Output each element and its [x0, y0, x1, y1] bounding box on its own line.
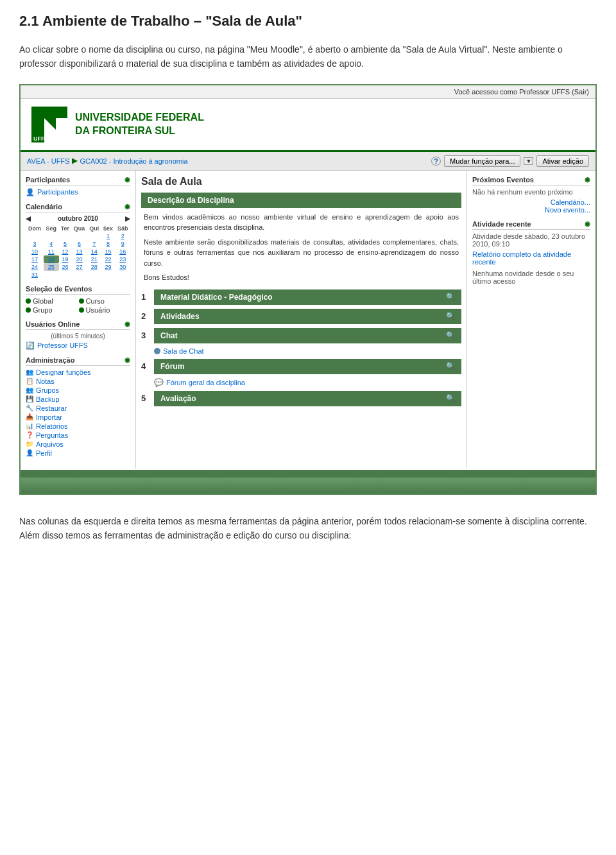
sala-de-chat-link[interactable]: Sala de Chat	[163, 347, 204, 355]
moodle-header: UFFS UNIVERSIDADE FEDERAL DA FRONTEIRA S…	[21, 99, 595, 152]
cal-day-1[interactable]: 1	[101, 232, 116, 240]
usuarios-online-title-label: Usuários Online	[26, 320, 80, 328]
mudar-funcao-button[interactable]: Mudar função para...	[444, 155, 521, 167]
selecao-curso[interactable]: Curso	[79, 297, 131, 305]
moodle-footer-bar	[21, 478, 595, 494]
selecao-global[interactable]: Global	[26, 297, 78, 305]
cal-day-2[interactable]: 2	[115, 232, 130, 240]
table-row	[44, 232, 59, 240]
participantes-block-icon[interactable]: ◉	[124, 176, 130, 183]
cal-day-4[interactable]: 4	[44, 240, 59, 248]
cal-day-14[interactable]: 14	[87, 248, 101, 255]
cal-day-17[interactable]: 17	[26, 255, 44, 263]
selecao-usuario-label: Usuário	[86, 306, 110, 314]
usuarios-online-title: Usuários Online ◉	[26, 320, 130, 330]
selecao-usuario[interactable]: Usuário	[79, 306, 131, 314]
cal-day-18[interactable]: 18	[44, 255, 59, 263]
participantes-link[interactable]: 👤 Participantes	[26, 188, 130, 196]
perfil-icon: 👤	[26, 449, 33, 456]
calendario-block-icon[interactable]: ◉	[124, 203, 130, 210]
perguntas-link[interactable]: ❓ Perguntas	[26, 431, 130, 439]
cal-day-25[interactable]: 25	[44, 263, 59, 271]
section-bar-4: Fórum 🔍	[154, 359, 461, 374]
cal-day-30[interactable]: 30	[115, 263, 130, 271]
logo-line2: DA FRONTEIRA SUL	[75, 125, 204, 138]
section-label-2: Atividades	[160, 312, 200, 321]
center-content: Sala de Aula Descrição da Disciplina Bem…	[136, 171, 467, 469]
help-icon[interactable]: ?	[431, 157, 441, 166]
cal-day-26[interactable]: 26	[59, 263, 72, 271]
cal-day-20[interactable]: 20	[71, 255, 87, 263]
breadcrumb-item-2[interactable]: GCA002 - Introdução à agronomia	[80, 157, 187, 165]
search-icon-4[interactable]: 🔍	[446, 362, 455, 370]
cal-day-12[interactable]: 12	[59, 248, 72, 255]
section-bar-label-5[interactable]: Avaliação 🔍	[154, 391, 461, 406]
admin-block-icon[interactable]: ◉	[124, 356, 130, 363]
designar-funcoes-link[interactable]: 👥 Designar funções	[26, 368, 130, 376]
cal-day-29[interactable]: 29	[101, 263, 116, 271]
cal-header-sab: Sáb	[115, 225, 130, 232]
cal-day-22[interactable]: 22	[101, 255, 116, 263]
atividade-recente-icon[interactable]: ◉	[585, 220, 590, 227]
dropdown-arrow[interactable]: ▼	[524, 157, 533, 165]
restaurar-label: Restaurar	[36, 404, 67, 412]
cal-day-11[interactable]: 11	[44, 248, 59, 255]
professor-uffs-link[interactable]: 🔄 Professor UFFS	[26, 341, 130, 350]
search-icon-3[interactable]: 🔍	[446, 331, 455, 340]
table-row	[26, 232, 44, 240]
cal-day-8[interactable]: 8	[101, 240, 116, 248]
participantes-block-title: Participantes ◉	[26, 176, 130, 186]
proximos-eventos-block: Próximos Eventos ◉ Não há nenhum evento …	[472, 176, 590, 214]
cal-day-15[interactable]: 15	[101, 248, 116, 255]
importar-icon: 📥	[26, 413, 33, 420]
relatorios-link[interactable]: 📊 Relatórios	[26, 422, 130, 430]
bottom-paragraph: Nas colunas da esquerda e direita temos …	[19, 514, 597, 543]
cal-next-button[interactable]: ▶	[125, 215, 130, 222]
notas-link[interactable]: 📋 Notas	[26, 377, 130, 385]
cal-day-7[interactable]: 7	[87, 240, 101, 248]
backup-link[interactable]: 💾 Backup	[26, 395, 130, 403]
grupos-link[interactable]: 👥 Grupos	[26, 386, 130, 394]
cal-header-sex: $ex	[101, 225, 116, 232]
usuarios-block-icon[interactable]: ◉	[124, 320, 130, 327]
descricao-content: Bem vindos acadêmicos ao nosso ambiente …	[141, 212, 461, 283]
search-icon-2[interactable]: 🔍	[446, 312, 455, 320]
cal-day-5[interactable]: 5	[59, 240, 72, 248]
cal-day-27[interactable]: 27	[71, 263, 87, 271]
cal-day-3[interactable]: 3	[26, 240, 44, 248]
cal-day-9[interactable]: 9	[115, 240, 130, 248]
cal-day-6[interactable]: 6	[71, 240, 87, 248]
table-row	[87, 271, 101, 279]
ativar-edicao-button[interactable]: Ativar edição	[536, 155, 589, 167]
cal-day-24[interactable]: 24	[26, 263, 44, 271]
table-row	[71, 232, 87, 240]
perfil-link[interactable]: 👤 Perfil	[26, 449, 130, 457]
restaurar-link[interactable]: 🔧 Restaurar	[26, 404, 130, 412]
arquivos-link[interactable]: 📁 Arquivos	[26, 440, 130, 448]
cal-day-16[interactable]: 16	[115, 248, 130, 255]
section-bar-label-1[interactable]: Material Didático - Pedagógico 🔍	[154, 289, 461, 305]
cal-day-28[interactable]: 28	[87, 263, 101, 271]
cal-day-19[interactable]: 19	[59, 255, 72, 263]
breadcrumb-item-1[interactable]: AVEA - UFFS	[27, 157, 69, 165]
cal-prev-button[interactable]: ◀	[26, 215, 31, 222]
section-bar-label-4[interactable]: Fórum 🔍	[154, 359, 461, 374]
calendario-link[interactable]: Calendário...	[551, 198, 590, 206]
section-bar-label-3[interactable]: Chat 🔍	[154, 328, 461, 343]
importar-link[interactable]: 📥 Importar	[26, 413, 130, 421]
search-icon-1[interactable]: 🔍	[446, 293, 455, 301]
section-bar-label-2[interactable]: Atividades 🔍	[154, 309, 461, 324]
cal-day-13[interactable]: 13	[71, 248, 87, 255]
subsection-dot-chat	[154, 348, 160, 354]
proximos-eventos-icon[interactable]: ◉	[585, 176, 590, 183]
novo-evento-link[interactable]: Novo evento...	[545, 206, 590, 214]
cal-day-10[interactable]: 10	[26, 248, 44, 255]
relatorio-recente-link[interactable]: Relatório completo da atividade recente	[472, 250, 571, 266]
cal-day-21[interactable]: 21	[87, 255, 101, 263]
cal-day-23[interactable]: 23	[115, 255, 130, 263]
selecao-grupo[interactable]: Grupo	[26, 306, 78, 314]
forum-geral-link[interactable]: Fórum geral da disciplina	[166, 379, 245, 386]
notas-icon: 📋	[26, 377, 33, 384]
search-icon-5[interactable]: 🔍	[446, 394, 455, 402]
cal-day-31[interactable]: 31	[26, 271, 44, 279]
